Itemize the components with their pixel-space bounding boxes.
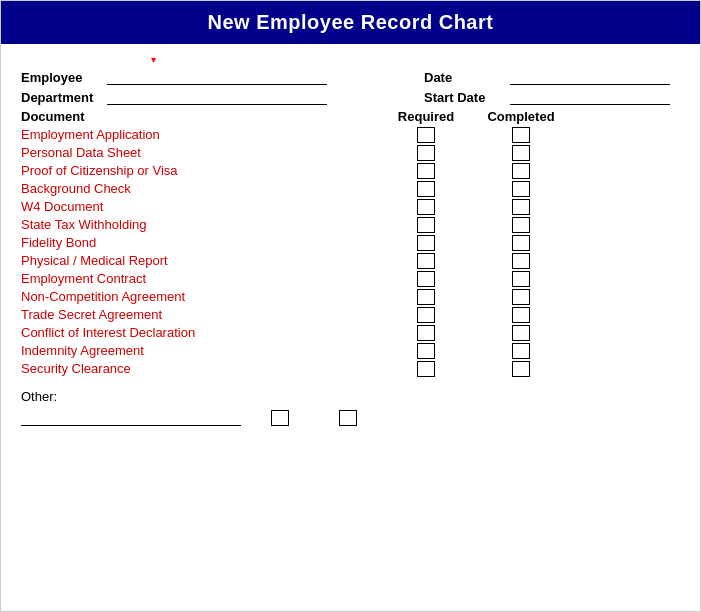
table-row: Conflict of Interest Declaration <box>21 324 680 341</box>
completed-checkbox[interactable] <box>512 289 530 305</box>
doc-name: Trade Secret Agreement <box>21 306 381 323</box>
form-area: ▾ Employee Department Date Start Date <box>1 44 700 456</box>
document-table: Document Required Completed Employment A… <box>21 109 680 377</box>
fields-row: Employee Department Date Start Date <box>21 69 680 105</box>
completed-cell <box>471 145 571 161</box>
completed-cell <box>471 271 571 287</box>
doc-name: Security Clearance <box>21 360 381 377</box>
required-checkbox[interactable] <box>417 361 435 377</box>
col-completed-header: Completed <box>471 109 571 124</box>
start-date-input[interactable] <box>510 89 670 105</box>
required-checkbox[interactable] <box>417 217 435 233</box>
required-cell <box>381 145 471 161</box>
table-row: Proof of Citizenship or Visa <box>21 162 680 179</box>
other-checkbox-area <box>271 410 357 426</box>
other-required-checkbox[interactable] <box>271 410 289 426</box>
other-row <box>21 410 680 426</box>
required-cell <box>381 307 471 323</box>
required-checkbox[interactable] <box>417 325 435 341</box>
date-label: Date <box>424 70 504 85</box>
completed-checkbox[interactable] <box>512 199 530 215</box>
completed-cell <box>471 325 571 341</box>
red-mark: ▾ <box>151 54 680 65</box>
required-checkbox[interactable] <box>417 253 435 269</box>
completed-checkbox[interactable] <box>512 271 530 287</box>
employee-field-line: Employee <box>21 69 327 85</box>
other-section: Other: <box>21 389 680 446</box>
required-checkbox[interactable] <box>417 289 435 305</box>
table-row: State Tax Withholding <box>21 216 680 233</box>
doc-name: Physical / Medical Report <box>21 252 381 269</box>
required-checkbox[interactable] <box>417 181 435 197</box>
fields-left: Employee Department <box>21 69 327 105</box>
other-input[interactable] <box>21 410 241 426</box>
doc-name: Indemnity Agreement <box>21 342 381 359</box>
table-row: Security Clearance <box>21 360 680 377</box>
completed-checkbox[interactable] <box>512 163 530 179</box>
completed-checkbox[interactable] <box>512 361 530 377</box>
completed-checkbox[interactable] <box>512 325 530 341</box>
required-cell <box>381 361 471 377</box>
completed-cell <box>471 163 571 179</box>
col-required-header: Required <box>381 109 471 124</box>
completed-cell <box>471 199 571 215</box>
table-row: Employment Application <box>21 126 680 143</box>
completed-checkbox[interactable] <box>512 253 530 269</box>
table-row: Employment Contract <box>21 270 680 287</box>
required-checkbox[interactable] <box>417 199 435 215</box>
required-cell <box>381 181 471 197</box>
date-field-line: Date <box>424 69 670 85</box>
completed-cell <box>471 217 571 233</box>
page-title: New Employee Record Chart <box>1 1 700 44</box>
other-label: Other: <box>21 389 680 404</box>
other-completed-checkbox[interactable] <box>339 410 357 426</box>
required-checkbox[interactable] <box>417 127 435 143</box>
doc-name: Proof of Citizenship or Visa <box>21 162 381 179</box>
doc-name: Personal Data Sheet <box>21 144 381 161</box>
completed-cell <box>471 181 571 197</box>
doc-name: W4 Document <box>21 198 381 215</box>
department-input[interactable] <box>107 89 327 105</box>
completed-cell <box>471 253 571 269</box>
date-input[interactable] <box>510 69 670 85</box>
department-label: Department <box>21 90 101 105</box>
completed-checkbox[interactable] <box>512 145 530 161</box>
start-date-field-line: Start Date <box>424 89 670 105</box>
table-row: W4 Document <box>21 198 680 215</box>
completed-checkbox[interactable] <box>512 181 530 197</box>
col-document-header: Document <box>21 109 381 124</box>
completed-checkbox[interactable] <box>512 127 530 143</box>
required-checkbox[interactable] <box>417 343 435 359</box>
doc-name: State Tax Withholding <box>21 216 381 233</box>
table-row: Trade Secret Agreement <box>21 306 680 323</box>
required-cell <box>381 253 471 269</box>
required-checkbox[interactable] <box>417 145 435 161</box>
required-cell <box>381 289 471 305</box>
required-cell <box>381 199 471 215</box>
doc-name: Non-Competition Agreement <box>21 288 381 305</box>
table-row: Fidelity Bond <box>21 234 680 251</box>
table-row: Indemnity Agreement <box>21 342 680 359</box>
completed-cell <box>471 343 571 359</box>
completed-checkbox[interactable] <box>512 343 530 359</box>
table-row: Non-Competition Agreement <box>21 288 680 305</box>
required-cell <box>381 235 471 251</box>
required-checkbox[interactable] <box>417 163 435 179</box>
completed-checkbox[interactable] <box>512 217 530 233</box>
required-checkbox[interactable] <box>417 307 435 323</box>
required-checkbox[interactable] <box>417 271 435 287</box>
table-row: Physical / Medical Report <box>21 252 680 269</box>
fields-right: Date Start Date <box>424 69 670 105</box>
completed-checkbox[interactable] <box>512 235 530 251</box>
completed-cell <box>471 289 571 305</box>
completed-checkbox[interactable] <box>512 307 530 323</box>
doc-name: Fidelity Bond <box>21 234 381 251</box>
doc-name: Employment Application <box>21 126 381 143</box>
completed-cell <box>471 235 571 251</box>
required-checkbox[interactable] <box>417 235 435 251</box>
completed-cell <box>471 307 571 323</box>
employee-input[interactable] <box>107 69 327 85</box>
doc-name: Employment Contract <box>21 270 381 287</box>
doc-name: Conflict of Interest Declaration <box>21 324 381 341</box>
doc-name: Background Check <box>21 180 381 197</box>
